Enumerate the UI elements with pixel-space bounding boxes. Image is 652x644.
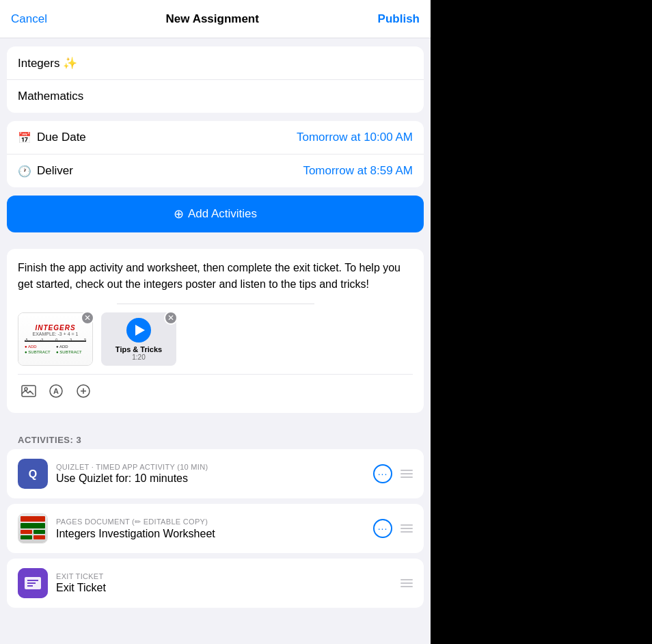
activities-section: ACTIVITIES: 3 Q QUIZLET · TIMED APP ACTI… <box>7 429 424 608</box>
calendar-icon: 📅 <box>18 131 31 144</box>
exit-name: Exit Ticket <box>56 582 392 594</box>
pages-drag-handle[interactable] <box>400 524 413 533</box>
plus-circle-icon: ⊕ <box>174 206 184 222</box>
instructions-text[interactable]: Finish the app activity and worksheet, t… <box>18 260 413 293</box>
video-play-button[interactable] <box>126 318 151 343</box>
exit-drag-handle[interactable] <box>400 579 413 587</box>
integers-poster-attachment: INTEGERS EXAMPLE: -3 + 4 = 1 -5-3035 ● A… <box>18 312 93 366</box>
pages-name: Integers Investigation Worksheet <box>56 528 365 540</box>
add-activities-label: Add Activities <box>188 207 257 221</box>
quizlet-drag-handle[interactable] <box>400 470 413 478</box>
quizlet-name: Use Quizlet for: 10 minutes <box>56 472 365 485</box>
integers-thumb-title: INTEGERS <box>35 324 75 332</box>
more-dots-icon-pages: ··· <box>378 524 388 533</box>
assignment-subject-input[interactable] <box>18 90 413 103</box>
insert-more-button[interactable] <box>72 380 94 402</box>
deliver-label: 🕐 Deliver <box>18 164 73 178</box>
svg-text:Q: Q <box>29 468 37 480</box>
cancel-button[interactable]: Cancel <box>11 12 47 26</box>
instructions-section: Finish the app activity and worksheet, t… <box>7 249 424 413</box>
dates-section: 📅 Due Date Tomorrow at 10:00 AM 🕐 Delive… <box>7 121 424 187</box>
pages-type-label: PAGES DOCUMENT (✏ EDITABLE COPY) <box>56 518 365 526</box>
svg-text:A: A <box>53 387 59 395</box>
due-date-value[interactable]: Tomorrow at 10:00 AM <box>297 131 413 144</box>
quizlet-icon: Q <box>18 459 48 489</box>
remove-poster-button[interactable]: ✕ <box>81 311 94 325</box>
tips-tricks-attachment: Tips & Tricks 1:20 ✕ <box>101 312 176 366</box>
activity-item-pages: PAGES DOCUMENT (✏ EDITABLE COPY) Integer… <box>7 504 424 553</box>
number-line: -5-3035 <box>25 340 86 342</box>
activity-info-pages: PAGES DOCUMENT (✏ EDITABLE COPY) Integer… <box>56 518 365 540</box>
pages-doc-icon <box>18 513 48 544</box>
assignment-title-row[interactable] <box>7 46 424 80</box>
clock-icon: 🕐 <box>18 165 31 178</box>
pages-more-button[interactable]: ··· <box>373 519 392 538</box>
activity-item-exit: EXIT TICKET Exit Ticket <box>7 559 424 608</box>
quizlet-more-button[interactable]: ··· <box>373 464 392 483</box>
modal-header: Cancel New Assignment Publish <box>0 0 431 38</box>
remove-video-button[interactable]: ✕ <box>164 311 178 325</box>
exit-type-label: EXIT TICKET <box>56 572 392 580</box>
video-duration: 1:20 <box>132 353 145 361</box>
activities-header: ACTIVITIES: 3 <box>7 429 424 449</box>
instructions-toolbar: A <box>18 374 413 402</box>
due-date-row[interactable]: 📅 Due Date Tomorrow at 10:00 AM <box>7 121 424 155</box>
integers-ops: ● ADD ● ADD ● SUBTRACT ● SUBTRACT <box>25 345 86 354</box>
modal-title: New Assignment <box>166 12 259 26</box>
video-title: Tips & Tricks <box>116 345 162 353</box>
exit-controls <box>400 579 413 587</box>
deliver-row[interactable]: 🕐 Deliver Tomorrow at 8:59 AM <box>7 155 424 187</box>
insert-link-button[interactable]: A <box>45 380 67 402</box>
insert-image-button[interactable] <box>18 380 40 402</box>
more-dots-icon: ··· <box>378 469 388 479</box>
activity-item-quizlet: Q QUIZLET · TIMED APP ACTIVITY (10 MIN) … <box>7 449 424 498</box>
due-date-label: 📅 Due Date <box>18 131 86 144</box>
quizlet-controls: ··· <box>373 464 413 483</box>
play-triangle-icon <box>135 325 145 336</box>
deliver-value[interactable]: Tomorrow at 8:59 AM <box>303 164 413 178</box>
assignment-title-input[interactable] <box>18 56 413 70</box>
publish-button[interactable]: Publish <box>378 12 420 26</box>
add-activities-button[interactable]: ⊕ Add Activities <box>7 196 424 232</box>
activity-info-quizlet: QUIZLET · TIMED APP ACTIVITY (10 MIN) Us… <box>56 463 365 485</box>
activity-info-exit: EXIT TICKET Exit Ticket <box>56 572 392 594</box>
pages-controls: ··· <box>373 519 413 538</box>
assignment-subject-row[interactable] <box>7 80 424 113</box>
quizlet-type-label: QUIZLET · TIMED APP ACTIVITY (10 MIN) <box>56 463 365 471</box>
integers-thumb-subtitle: EXAMPLE: -3 + 4 = 1 <box>33 332 79 336</box>
assignment-title-section <box>7 46 424 113</box>
exit-ticket-icon <box>18 568 48 598</box>
attachments-row: INTEGERS EXAMPLE: -3 + 4 = 1 -5-3035 ● A… <box>18 312 413 366</box>
